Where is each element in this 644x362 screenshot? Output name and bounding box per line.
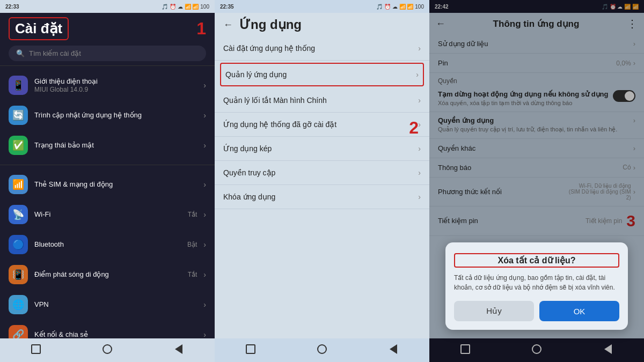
bluetooth-icon: 🔵 [9, 235, 28, 254]
nav-square-1[interactable] [27, 343, 45, 356]
settings-item-security[interactable]: ✅ Trạng thái bảo mật › [0, 130, 215, 160]
hotspot-icon: 📳 [9, 265, 28, 284]
apps-chevron-uninstalled: › [418, 120, 421, 129]
vpn-icon: 🌐 [9, 295, 28, 314]
updater-label: Trình cập nhật ứng dụng hệ thống [34, 111, 197, 120]
apps-chevron-permissions: › [418, 168, 421, 177]
hotspot-text: Điểm phát sóng di động [34, 270, 181, 279]
updater-chevron: › [203, 111, 206, 120]
settings-item-updater[interactable]: 🔄 Trình cập nhật ứng dụng hệ thống › [0, 100, 215, 130]
dialog-overlay: Xóa tất cả dữ liệu? Tất cả dữ liệu ứng d… [429, 0, 644, 362]
vpn-chevron: › [203, 300, 206, 309]
bluetooth-value: Bật [187, 241, 197, 248]
sim-chevron: › [203, 180, 206, 189]
sim-icon: 📶 [9, 175, 28, 194]
status-time-1: 22:33 [5, 4, 19, 10]
connection-icon: 🔗 [9, 325, 28, 338]
bottom-nav-2 [215, 338, 429, 362]
intro-value: MIUI Global 14.0.9 [34, 86, 197, 93]
bluetooth-chevron: › [203, 240, 206, 249]
bluetooth-label: Bluetooth [34, 240, 181, 249]
sim-label: Thẻ SIM & mạng di động [34, 180, 197, 189]
apps-label-system-settings: Cài đặt ứng dụng hệ thống [223, 44, 418, 53]
search-placeholder: Tìm kiếm cài đặt [29, 49, 81, 57]
wifi-text: Wi-Fi [34, 210, 181, 219]
search-bar[interactable]: 🔍 Tìm kiếm cài đặt [9, 46, 206, 61]
updater-text: Trình cập nhật ứng dụng hệ thống [34, 111, 197, 120]
apps-header: ← Ứng dụng [215, 13, 429, 36]
settings-item-wifi[interactable]: 📡 Wi-Fi Tắt › [0, 200, 215, 230]
wifi-icon: 📡 [9, 205, 28, 224]
apps-chevron-shortcuts: › [418, 96, 421, 105]
search-icon: 🔍 [16, 49, 25, 57]
intro-text: Giới thiệu điện thoại MIUI Global 14.0.9 [34, 77, 197, 94]
connection-chevron: › [203, 330, 206, 338]
intro-chevron: › [203, 81, 206, 90]
clear-data-dialog: Xóa tất cả dữ liệu? Tất cả dữ liệu ứng d… [445, 242, 628, 330]
status-bar-2: 22:35 🎵 ⏰ ☁ 📶 📶 100 [215, 0, 429, 13]
panel-2-apps: 22:35 🎵 ⏰ ☁ 📶 📶 100 ← Ứng dụng Cài đặt ứ… [215, 0, 429, 362]
apps-content: ← Ứng dụng Cài đặt ứng dụng hệ thống › Q… [215, 13, 429, 338]
step-2-number: 2 [409, 118, 419, 138]
apps-item-permissions[interactable]: Quyền truy cập › [215, 161, 429, 185]
wifi-value: Tắt [188, 211, 197, 218]
wifi-chevron: › [203, 210, 206, 219]
apps-chevron-lock: › [418, 193, 421, 201]
apps-label-permissions: Quyền truy cập [223, 168, 418, 177]
settings-title: Cài đặt [9, 17, 69, 40]
panel-1-settings: 22:33 🎵 ⏰ ☁ 📶 📶 100 Cài đặt 1 🔍 Tìm kiếm… [0, 0, 215, 362]
apps-item-dual[interactable]: Ứng dụng kép › [215, 137, 429, 161]
bottom-nav-1 [0, 338, 215, 362]
apps-label-uninstalled: Ứng dụng hệ thống đã gỡ cài đặt [223, 120, 418, 129]
intro-label: Giới thiệu điện thoại [34, 77, 197, 86]
apps-chevron-manage: › [416, 70, 419, 79]
settings-item-sim[interactable]: 📶 Thẻ SIM & mạng di động › [0, 169, 215, 200]
apps-label-manage: Quản lý ứng dụng [225, 70, 416, 79]
settings-item-hotspot[interactable]: 📳 Điểm phát sóng di động Tắt › [0, 260, 215, 290]
security-label: Trạng thái bảo mật [34, 141, 197, 150]
back-button-2[interactable]: ← [223, 19, 233, 31]
apps-item-system-settings[interactable]: Cài đặt ứng dụng hệ thống › [215, 36, 429, 61]
dialog-body: Tất cả dữ liệu ứng dụng, bao gồm tập tin… [454, 273, 619, 292]
apps-label-shortcuts: Quản lý lối tắt Màn hình Chính [223, 96, 418, 105]
hotspot-value: Tắt [188, 271, 197, 278]
status-icons-2: 🎵 ⏰ ☁ 📶 📶 100 [376, 4, 424, 10]
settings-content: Cài đặt 1 🔍 Tìm kiếm cài đặt 📱 Giới thiệ… [0, 13, 215, 338]
panel-3-app-info: 22:42 🎵 ⏰ ☁ 📶 📶 ← Thông tin ứng dụng ⋮ S… [429, 0, 644, 362]
settings-item-vpn[interactable]: 🌐 VPN › [0, 290, 215, 320]
apps-item-shortcuts[interactable]: Quản lý lối tắt Màn hình Chính › [215, 88, 429, 113]
apps-item-lock[interactable]: Khóa ứng dụng › [215, 185, 429, 209]
hotspot-label: Điểm phát sóng di động [34, 270, 181, 279]
apps-item-manage-highlighted[interactable]: Quản lý ứng dụng › [220, 63, 424, 86]
nav-home-2[interactable] [313, 343, 331, 356]
apps-item-uninstalled[interactable]: Ứng dụng hệ thống đã gỡ cài đặt › [215, 113, 429, 137]
security-icon: ✅ [9, 136, 28, 155]
settings-item-connection[interactable]: 🔗 Kết nối & chia sẻ › [0, 320, 215, 338]
divider-1 [0, 65, 215, 66]
nav-back-2[interactable] [385, 343, 402, 356]
settings-item-intro[interactable]: 📱 Giới thiệu điện thoại MIUI Global 14.0… [0, 70, 215, 100]
dialog-buttons: Hủy OK [454, 301, 619, 321]
vpn-label: VPN [34, 300, 197, 309]
apps-label-lock: Khóa ứng dụng [223, 193, 418, 201]
dialog-title: Xóa tất cả dữ liệu? [454, 253, 619, 268]
bluetooth-text: Bluetooth [34, 240, 181, 249]
vpn-text: VPN [34, 300, 197, 309]
dialog-ok-button[interactable]: OK [539, 301, 619, 321]
security-text: Trạng thái bảo mật [34, 141, 197, 150]
nav-back-1[interactable] [170, 343, 187, 356]
nav-square-2[interactable] [242, 343, 259, 356]
sim-text: Thẻ SIM & mạng di động [34, 180, 197, 189]
apps-item-manage[interactable]: Quản lý ứng dụng › [221, 64, 423, 85]
nav-home-1[interactable] [99, 343, 116, 356]
status-icons-1: 🎵 ⏰ ☁ 📶 📶 100 [162, 4, 209, 10]
apps-label-dual: Ứng dụng kép [223, 144, 418, 153]
wifi-label: Wi-Fi [34, 210, 181, 219]
dialog-cancel-button[interactable]: Hủy [454, 301, 534, 321]
step-1-number: 1 [196, 19, 206, 39]
apps-chevron-dual: › [418, 144, 421, 153]
status-time-2: 22:35 [220, 4, 234, 10]
apps-chevron-system-settings: › [418, 44, 421, 53]
settings-title-row: Cài đặt 1 [0, 13, 215, 42]
settings-item-bluetooth[interactable]: 🔵 Bluetooth Bật › [0, 230, 215, 260]
